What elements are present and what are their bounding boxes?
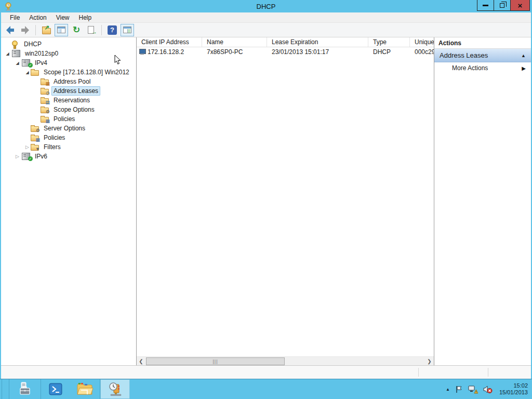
clock-time: 15:02 — [499, 382, 528, 389]
folder-policy-icon: ▩ — [41, 117, 49, 123]
tree-item-scope-options[interactable]: ⚙ Scope Options — [1, 105, 136, 114]
column-header-name[interactable]: Name — [202, 37, 267, 47]
network-warning-icon[interactable] — [468, 385, 478, 394]
tree-item-address-pool[interactable]: ▦ Address Pool — [1, 77, 136, 86]
forward-button[interactable] — [19, 24, 31, 36]
titlebar[interactable]: DHCP × — [1, 0, 531, 12]
folder-clock-icon: ◷ — [41, 89, 49, 95]
refresh-icon: ↻ — [73, 25, 80, 34]
client-computer-icon — [139, 49, 145, 55]
file-explorer-button[interactable] — [70, 379, 100, 399]
menu-view[interactable]: View — [51, 13, 74, 22]
status-bar — [1, 365, 531, 379]
start-corner[interactable] — [2, 379, 9, 399]
dhcp-console-button[interactable] — [100, 379, 130, 399]
powershell-button[interactable] — [41, 379, 70, 399]
up-one-level-icon: ↗ — [42, 28, 51, 34]
lease-list-pane: Client IP Address Name Lease Expiration … — [137, 37, 434, 365]
menu-help[interactable]: Help — [74, 13, 97, 22]
column-header-unique-id[interactable]: Unique ID — [410, 37, 434, 47]
action-center-flag-icon[interactable] — [455, 385, 463, 394]
folder-policy-icon: ▩ — [31, 136, 39, 141]
cell-type: DHCP — [368, 48, 410, 56]
toolbar-separator — [101, 25, 102, 35]
menu-action[interactable]: Action — [24, 13, 51, 22]
more-actions-item[interactable]: More Actions ▶ — [434, 62, 531, 74]
actions-section-header[interactable]: Address Leases ▲ — [434, 49, 531, 62]
statusbar-divider — [488, 368, 488, 377]
export-list-button[interactable] — [85, 24, 97, 36]
dhcp-console-window: DHCP × File Action View Help ↗ ↻ ? — [0, 0, 532, 379]
scroll-right-icon[interactable]: ❯ — [425, 357, 434, 365]
tree-item-policies-scope[interactable]: ▩ Policies — [1, 114, 136, 124]
lease-row[interactable]: 172.16.128.2 7x86SP0-PC 23/01/2013 15:01… — [137, 47, 434, 56]
actions-pane-title: Actions — [434, 37, 531, 49]
help-button[interactable]: ? — [106, 24, 118, 36]
powershell-icon — [48, 382, 63, 396]
server-manager-icon — [17, 382, 33, 396]
window-title: DHCP — [1, 3, 531, 10]
scrollbar-track[interactable]: ||| — [145, 357, 425, 365]
submenu-arrow-icon: ▶ — [522, 65, 526, 71]
refresh-button[interactable]: ↻ — [70, 24, 83, 36]
collapse-icon[interactable] — [4, 51, 11, 56]
cell-client-ip: 172.16.128.2 — [137, 48, 202, 56]
toolbar: ↗ ↻ ? — [1, 23, 531, 37]
horizontal-scrollbar[interactable]: ❮ ||| ❯ — [137, 356, 434, 365]
tree-item-ipv6[interactable]: ✓ IPv6 — [1, 152, 136, 161]
server-manager-button[interactable] — [9, 379, 41, 399]
tree-item-scope[interactable]: Scope [172.16.128.0] Win2012 — [1, 68, 136, 77]
mouse-cursor — [114, 55, 121, 65]
console-tree-icon — [57, 26, 65, 33]
column-header-client-ip[interactable]: Client IP Address — [137, 37, 202, 47]
close-button[interactable]: × — [510, 0, 530, 11]
folder-grid-icon: ▤ — [41, 98, 49, 104]
tree-item-server-options[interactable]: ⚙ Server Options — [1, 124, 136, 133]
forward-icon — [21, 28, 29, 33]
folder-icon — [31, 70, 39, 76]
toolbar-separator — [35, 25, 36, 35]
back-button[interactable] — [4, 24, 17, 36]
collapse-section-icon[interactable]: ▲ — [521, 53, 526, 58]
cell-unique-id: 000c29 — [410, 48, 434, 56]
restore-button[interactable] — [494, 0, 511, 11]
taskbar-clock[interactable]: 15:02 15/01/2013 — [497, 382, 528, 396]
expand-icon[interactable] — [14, 154, 21, 159]
clock-date: 15/01/2013 — [499, 389, 528, 396]
actions-section-label: Address Leases — [440, 51, 521, 59]
folder-filter-icon: ▼ — [31, 145, 39, 151]
console-tree-pane: DHCP win2012sp0 ✓ IPv4 Scope [172.16.128… — [1, 37, 137, 365]
help-icon: ? — [108, 25, 117, 35]
folder-gear-icon: ⚙ — [31, 126, 39, 132]
show-hidden-icons[interactable]: ▲ — [446, 387, 450, 392]
cell-lease-expiration: 23/01/2013 15:01:17 — [267, 48, 368, 56]
taskbar: ▲ 15:02 15/01/2013 — [0, 379, 532, 399]
folder-gear-icon: ⚙ — [41, 108, 49, 113]
column-header-lease-expiration[interactable]: Lease Expiration — [267, 37, 368, 47]
tree-item-address-leases[interactable]: ◷ Address Leases — [1, 86, 136, 96]
menubar: File Action View Help — [1, 12, 531, 23]
list-header: Client IP Address Name Lease Expiration … — [137, 37, 434, 47]
close-icon: × — [518, 2, 523, 9]
show-hide-action-pane-button[interactable] — [121, 24, 134, 36]
tree-item-filters[interactable]: ▼ Filters — [1, 142, 136, 152]
tree-item-policies-server[interactable]: ▩ Policies — [1, 133, 136, 142]
server-check-icon: ✓ — [22, 153, 30, 160]
collapse-icon[interactable] — [14, 61, 21, 65]
volume-muted-icon[interactable] — [483, 385, 493, 394]
minimize-button[interactable] — [477, 0, 494, 11]
dhcp-console-icon — [108, 381, 123, 397]
expand-icon[interactable] — [24, 144, 31, 150]
show-hide-console-tree-button[interactable] — [55, 24, 68, 36]
tree-item-reservations[interactable]: ▤ Reservations — [1, 96, 136, 105]
menu-file[interactable]: File — [5, 13, 24, 22]
column-header-type[interactable]: Type — [368, 37, 410, 47]
up-one-level-button[interactable]: ↗ — [40, 24, 52, 36]
scrollbar-thumb[interactable]: ||| — [146, 357, 285, 365]
collapse-icon[interactable] — [24, 70, 31, 75]
back-icon — [6, 28, 15, 33]
actions-pane: Actions Address Leases ▲ More Actions ▶ — [434, 37, 531, 365]
tree-item-dhcp[interactable]: DHCP — [1, 39, 136, 49]
selected-tree-label: Address Leases — [51, 86, 100, 96]
scroll-left-icon[interactable]: ❮ — [137, 357, 145, 365]
